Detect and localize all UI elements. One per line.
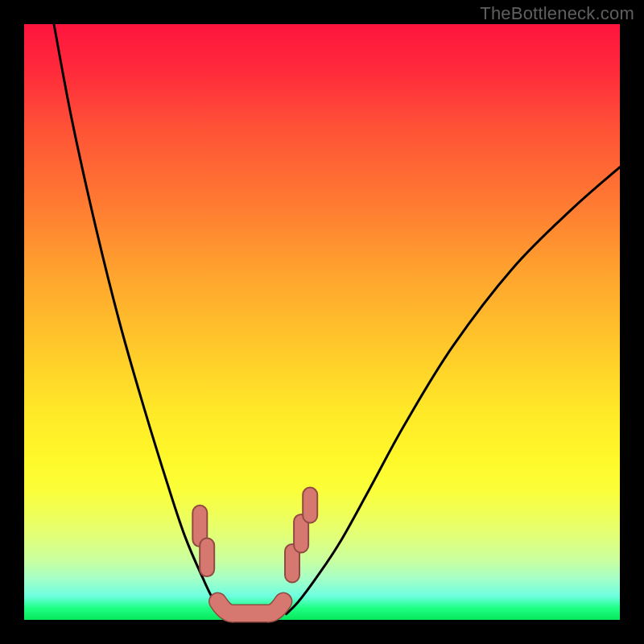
watermark-text: TheBottleneck.com: [480, 3, 634, 24]
marker-right-triple-2: [303, 488, 317, 523]
chart-frame: TheBottleneck.com: [0, 0, 644, 644]
marker-bottom-bar: [218, 601, 283, 613]
curves-group: [54, 24, 620, 617]
plot-area: [24, 24, 620, 620]
series-curve-right: [287, 167, 620, 614]
marker-left-pair-1: [200, 539, 214, 577]
chart-svg: [24, 24, 620, 620]
